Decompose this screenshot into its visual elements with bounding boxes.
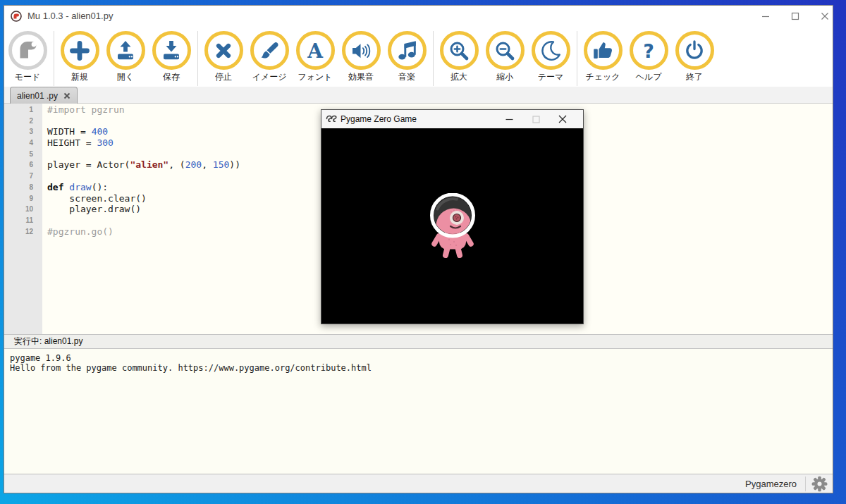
toolbar: モード新規開く保存停止イメージAフォント効果音音楽拡大縮小テーマチェック?ヘルプ… xyxy=(4,26,833,87)
toolbar-button-font[interactable]: Aフォント xyxy=(295,31,335,83)
gutter: 123456789101112 xyxy=(4,104,42,334)
close-icon xyxy=(821,12,829,20)
line-number: 12 xyxy=(4,226,42,238)
code-line[interactable]: WIDTH = 400 xyxy=(47,126,240,137)
game-canvas xyxy=(321,128,583,324)
toolbar-button-save[interactable]: 保存 xyxy=(152,31,191,83)
mode-indicator[interactable]: Pygamezero xyxy=(745,479,797,489)
code-token-kw: def xyxy=(47,182,63,192)
code-line[interactable] xyxy=(47,149,240,160)
code-token-plain: )) xyxy=(229,159,240,170)
code-token-num: 400 xyxy=(92,126,108,137)
code-line[interactable] xyxy=(47,116,240,127)
code-token-plain: , xyxy=(202,159,213,170)
code-line[interactable]: def draw(): xyxy=(47,182,240,193)
tab-close-icon[interactable] xyxy=(63,92,70,99)
code-line[interactable]: screen.clear() xyxy=(47,193,240,204)
close-button[interactable] xyxy=(817,12,833,20)
code-token-plain: (): xyxy=(92,182,108,192)
settings-gear-icon xyxy=(811,476,828,492)
toolbar-separator xyxy=(197,31,198,86)
code-token-num: 150 xyxy=(213,159,229,170)
code-token-fn: draw xyxy=(69,182,91,192)
statusbar: Pygamezero xyxy=(4,474,833,493)
toolbar-button-label: モード xyxy=(15,71,41,83)
toolbar-button-new[interactable]: 新規 xyxy=(60,31,99,83)
plus-icon xyxy=(61,31,99,70)
toolbar-separator xyxy=(577,31,577,86)
line-number: 7 xyxy=(4,171,42,182)
code-line[interactable]: player.draw() xyxy=(47,204,240,215)
game-window-titlebar: Pygame Zero Game xyxy=(321,110,583,128)
running-status: 実行中: alien01.py xyxy=(14,336,82,348)
code-token-plain: WIDTH = xyxy=(47,126,92,137)
power-icon xyxy=(675,31,714,70)
game-maximize-button[interactable] xyxy=(522,110,549,128)
code-line[interactable]: player = Actor("alien", (200, 150)) xyxy=(47,159,240,171)
toolbar-button-zoom-in[interactable]: 拡大 xyxy=(439,31,479,83)
toolbar-button-zoom-out[interactable]: 縮小 xyxy=(485,31,525,83)
toolbar-button-stop[interactable]: 停止 xyxy=(204,31,243,83)
toolbar-button-check[interactable]: チェック xyxy=(583,31,623,83)
toolbar-button-open[interactable]: 開く xyxy=(106,31,145,83)
console[interactable]: pygame 1.9.6Hello from the pygame commun… xyxy=(4,349,833,474)
toolbar-button-theme[interactable]: テーマ xyxy=(531,31,570,83)
minimize-icon xyxy=(761,12,770,20)
toolbar-button-help[interactable]: ?ヘルプ xyxy=(629,31,668,83)
mu-logo-icon xyxy=(11,11,22,22)
line-number: 3 xyxy=(4,126,42,137)
code-line[interactable]: #pgzrun.go() xyxy=(47,226,240,238)
toolbar-button-label: 停止 xyxy=(215,71,232,83)
line-number: 9 xyxy=(4,193,42,204)
game-maximize-icon xyxy=(532,116,540,123)
toolbar-button-quit[interactable]: 終了 xyxy=(675,31,714,83)
line-number: 2 xyxy=(4,116,42,127)
toolbar-button-label: 音楽 xyxy=(398,71,415,83)
maximize-icon xyxy=(791,12,799,20)
game-close-button[interactable] xyxy=(549,110,576,128)
maximize-button[interactable] xyxy=(787,12,803,20)
pygame-icon xyxy=(326,114,337,124)
titlebar: Mu 1.0.3 - alien01.py xyxy=(4,6,833,26)
code-token-plain: , ( xyxy=(168,159,185,170)
toolbar-button-mode[interactable]: モード xyxy=(8,31,47,83)
brush-icon xyxy=(250,31,289,70)
code-line[interactable] xyxy=(47,215,240,226)
code-token-plain: HEIGHT = xyxy=(47,137,97,148)
upload-icon xyxy=(106,31,145,70)
console-line: Hello from the pygame community. https:/… xyxy=(10,363,827,373)
code-token-str: "alien" xyxy=(130,159,168,170)
line-number: 11 xyxy=(4,215,42,226)
music-note-icon xyxy=(388,31,427,70)
toolbar-button-label: 終了 xyxy=(686,71,703,83)
speaker-icon xyxy=(342,31,381,70)
toolbar-button-label: 拡大 xyxy=(450,71,467,83)
settings-button[interactable] xyxy=(806,476,833,492)
toolbar-button-label: フォント xyxy=(298,71,332,83)
toolbar-button-sfx[interactable]: 効果音 xyxy=(341,31,381,83)
toolbar-button-label: ヘルプ xyxy=(636,71,662,83)
toolbar-button-label: 新規 xyxy=(71,71,88,83)
line-number: 6 xyxy=(4,159,42,171)
line-number: 8 xyxy=(4,182,42,193)
game-minimize-button[interactable] xyxy=(496,110,522,128)
code-line[interactable]: #import pgzrun xyxy=(47,104,240,116)
tab-alien01[interactable]: alien01 .py xyxy=(10,87,78,104)
game-minimize-icon xyxy=(505,116,513,123)
toolbar-button-music[interactable]: 音楽 xyxy=(387,31,427,83)
console-line: pygame 1.9.6 xyxy=(10,353,827,363)
code-line[interactable]: HEIGHT = 300 xyxy=(47,137,240,149)
mu-mode-icon xyxy=(8,31,47,70)
desktop: { "window": { "title": "Mu 1.0.3 - alien… xyxy=(0,0,846,504)
toolbar-button-label: 効果音 xyxy=(348,71,374,83)
code-token-plain: player.draw() xyxy=(47,204,141,214)
toolbar-button-image[interactable]: イメージ xyxy=(250,31,289,83)
line-number: 4 xyxy=(4,137,42,149)
code-area[interactable]: #import pgzrunWIDTH = 400HEIGHT = 300pla… xyxy=(42,104,240,334)
minimize-button[interactable] xyxy=(758,12,773,20)
code-token-comment: #import pgzrun xyxy=(47,104,125,115)
code-line[interactable] xyxy=(47,171,240,182)
download-icon xyxy=(152,31,191,70)
alien-sprite xyxy=(428,193,477,259)
game-close-icon xyxy=(558,115,567,123)
